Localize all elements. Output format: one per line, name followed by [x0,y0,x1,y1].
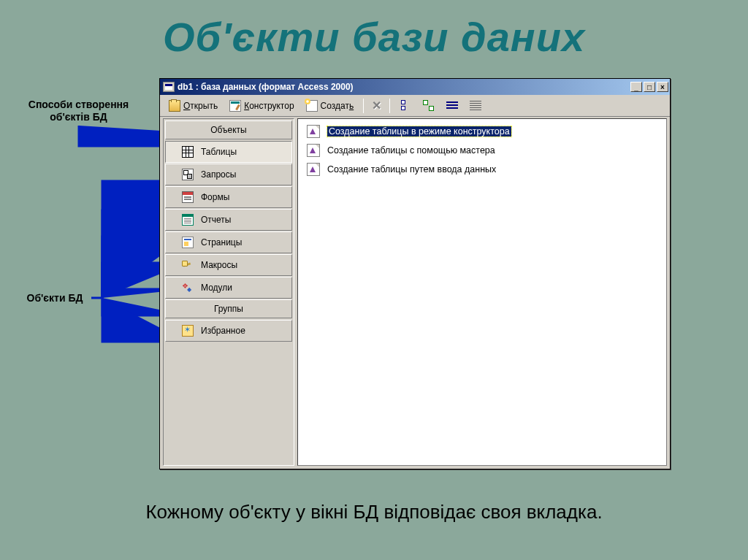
shortcut-icon [307,144,320,157]
open-icon [169,100,180,112]
open-label: Открыть [183,101,218,111]
maximize-button[interactable]: □ [644,82,655,92]
delete-button: ✕ [369,99,384,112]
list-item[interactable]: Создание таблицы с помощью мастера [304,142,660,158]
form-icon [182,191,194,203]
sidebar-item-label: Модули [201,283,232,293]
sidebar-header-groups[interactable]: Группы [165,299,292,318]
sidebar-item-label: Таблицы [201,147,237,157]
annotation-db-objects: Об'єкти БД [11,292,99,304]
report-icon [182,214,194,226]
design-icon [229,100,241,112]
sidebar-item-label: Страницы [201,237,242,248]
small-icons-icon [423,100,435,112]
create-button[interactable]: Создать [302,99,359,113]
sidebar-item-favorites[interactable]: Избранное [165,320,292,342]
sidebar-header-objects[interactable]: Объекты [165,120,292,139]
sidebar-item-label: Формы [201,192,229,202]
sidebar-item-label: Запросы [201,169,236,180]
view-details-button[interactable] [465,99,486,113]
titlebar[interactable]: db1 : база данных (формат Access 2000) _… [160,79,670,95]
page-icon [182,237,194,248]
window-title: db1 : база данных (формат Access 2000) [178,82,354,92]
macro-icon [182,259,194,271]
open-button[interactable]: Открыть [164,99,222,113]
sidebar-item-reports[interactable]: Отчеты [165,209,292,231]
objects-sidebar: Объекты Таблицы Запросы Формы Отчеты Стр… [163,118,294,466]
toolbar-separator [363,99,364,113]
create-label: Создать [321,101,354,111]
new-icon [306,100,318,112]
toolbar-separator [389,99,390,113]
sidebar-item-label: Отчеты [201,215,231,225]
sidebar-item-pages[interactable]: Страницы [165,231,292,253]
sidebar-item-tables[interactable]: Таблицы [165,141,292,163]
sidebar-item-modules[interactable]: Модули [165,277,292,299]
annotation-create-methods: Способи створення об'єктів БД [7,99,150,123]
view-large-icons-button[interactable] [395,99,416,113]
module-icon [182,282,194,294]
toolbar: Открыть Конструктор Создать ✕ [160,95,670,117]
sidebar-item-forms[interactable]: Формы [165,186,292,208]
list-item[interactable]: Создание таблицы путем ввода данных [304,161,660,177]
large-icons-icon [400,100,411,112]
view-small-icons-button[interactable] [419,99,439,113]
database-window: db1 : база данных (формат Access 2000) _… [159,78,671,469]
list-item[interactable]: Создание таблицы в режиме конструктора [304,123,660,139]
list-view-icon [446,100,458,112]
list-item-label: Создание таблицы путем ввода данных [327,164,496,174]
list-item-label: Создание таблицы в режиме конструктора [327,126,511,137]
sidebar-item-label: Избранное [201,326,245,336]
list-item-label: Создание таблицы с помощью мастера [327,145,495,156]
details-view-icon [470,100,481,112]
shortcut-icon [307,163,320,176]
slide-title: Об'єкти бази даних [0,0,748,61]
design-label: Конструктор [244,101,294,111]
slide-caption: Кожному об'єкту у вікні БД відповідає св… [0,501,748,523]
content-pane[interactable]: Создание таблицы в режиме конструктора С… [297,118,667,466]
favorites-icon [182,325,194,337]
shortcut-icon [307,125,320,138]
design-button[interactable]: Конструктор [225,99,298,113]
query-icon [182,169,194,180]
table-icon [182,146,194,158]
sidebar-item-macros[interactable]: Макросы [165,254,292,276]
window-icon [163,82,175,92]
sidebar-item-label: Макросы [201,260,237,270]
minimize-button[interactable]: _ [630,82,642,92]
view-list-button[interactable] [442,99,462,113]
sidebar-item-queries[interactable]: Запросы [165,164,292,185]
close-button[interactable]: × [657,82,668,92]
